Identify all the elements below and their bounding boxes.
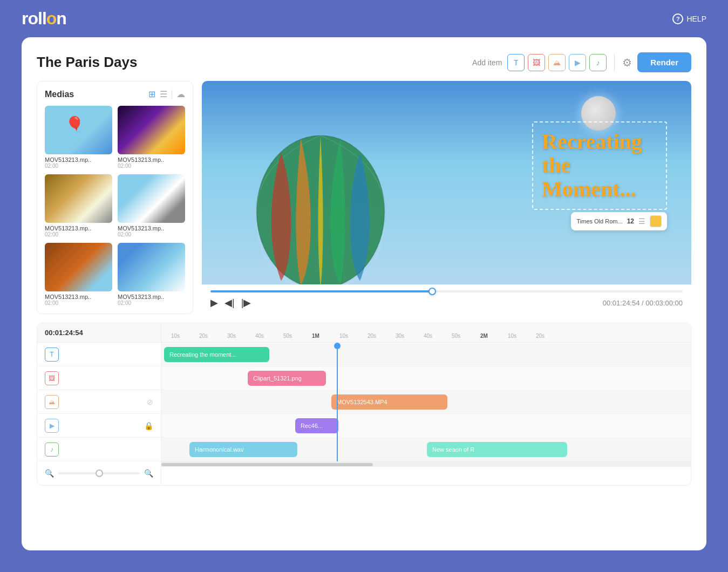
tl-ruler-marks: 10s 20s 30s 40s 50s 1M 10s 20s 30s 40s 5… <box>161 333 691 342</box>
gallery-track-mute-icon[interactable]: ⊘ <box>147 398 153 406</box>
list-view-button[interactable]: ☰ <box>160 89 167 99</box>
media-panel: Medias ⊞ ☰ ☁ MOV513213.mp.. 02:00 MOV513… <box>37 81 193 314</box>
list-item[interactable]: MOV513213.mp.. 02:00 <box>118 243 185 306</box>
toolbar-divider <box>614 55 615 70</box>
clip-text[interactable]: Recreating the moment... <box>164 347 269 362</box>
tl-mark: 20s <box>526 333 554 339</box>
main-card: The Paris Days Add item T 🖼 ⛰ ▶ ♪ ⚙ Rend… <box>22 37 706 550</box>
tl-scrollbar-thumb <box>161 463 373 466</box>
play-button[interactable]: ▶ <box>210 297 218 309</box>
add-video-button[interactable]: ▶ <box>569 54 586 71</box>
track-row-gallery: MOV5132543.MP4 <box>161 390 691 414</box>
text-track-icon[interactable]: T <box>45 348 59 362</box>
zoom-slider[interactable] <box>58 472 140 474</box>
progress-fill <box>210 290 432 292</box>
track-label-audio: ♪ <box>37 438 161 461</box>
cloud-upload-button[interactable]: ☁ <box>176 89 185 99</box>
media-ctrl-divider <box>172 90 172 99</box>
timeline-inner: 00:01:24:54 T 🖼 ⛰ ⊘ ▶ 🔒 <box>37 323 691 485</box>
step-back-button[interactable]: ◀| <box>224 297 235 309</box>
tl-mark: 40s <box>414 333 442 339</box>
tl-mark: 10s <box>161 333 189 339</box>
add-audio-button[interactable]: ♪ <box>589 54 607 71</box>
progress-thumb[interactable] <box>428 288 436 295</box>
clip-gallery[interactable]: MOV5132543.MP4 <box>331 394 447 410</box>
text-overlay-box[interactable]: Recreatingthe Moment... <box>532 121 667 210</box>
clip-audio-1[interactable]: Harmononical.wav <box>189 442 297 457</box>
media-thumbnail <box>45 243 112 291</box>
tl-mark-1m: 1M <box>302 333 330 339</box>
list-item[interactable]: MOV513213.mp.. 02:00 <box>45 174 112 237</box>
font-name-label[interactable]: Times Old Rom... <box>576 218 622 224</box>
app-logo: rollon <box>22 9 66 29</box>
media-filename: MOV513213.mp.. <box>45 225 112 231</box>
zoom-in-icon[interactable]: 🔍 <box>144 469 153 478</box>
gallery-track-icon[interactable]: ⛰ <box>45 395 59 409</box>
media-filename: MOV513213.mp.. <box>45 294 112 300</box>
tl-mark: 50s <box>274 333 302 339</box>
list-item[interactable]: MOV513213.mp.. 02:00 <box>118 174 185 237</box>
track-label-gallery: ⛰ ⊘ <box>37 390 161 414</box>
video-track-icon[interactable]: ▶ <box>45 419 59 433</box>
track-row-image: Clipart_51321.png <box>161 366 691 390</box>
top-bar: rollon ? HELP <box>0 0 728 37</box>
track-label-text: T <box>37 343 161 366</box>
text-overlay-content: Recreatingthe Moment... <box>542 130 657 201</box>
zoom-out-icon[interactable]: 🔍 <box>45 469 54 478</box>
settings-button[interactable]: ⚙ <box>622 56 632 69</box>
clip-video[interactable]: Rec46... <box>295 418 338 433</box>
track-label-image: 🖼 <box>37 366 161 390</box>
zoom-controls: 🔍 🔍 <box>37 461 161 485</box>
clip-audio-2[interactable]: New seaon of R <box>427 442 567 457</box>
tl-mark: 20s <box>358 333 386 339</box>
header-right: Add item T 🖼 ⛰ ▶ ♪ ⚙ Render <box>472 52 691 72</box>
zoom-thumb <box>96 469 103 477</box>
tl-mark: 40s <box>246 333 274 339</box>
tl-mark-2m: 2M <box>470 333 498 339</box>
image-track-icon[interactable]: 🖼 <box>45 371 59 385</box>
audio-track-icon[interactable]: ♪ <box>45 442 59 457</box>
timeline-tracks-col: 00:01:24:54 T 🖼 ⛰ ⊘ ▶ 🔒 <box>37 323 161 485</box>
tl-mark: 30s <box>217 333 246 339</box>
media-grid: MOV513213.mp.. 02:00 MOV513213.mp.. 02:0… <box>45 106 185 306</box>
logo-accent: o <box>46 9 57 28</box>
media-thumbnail <box>118 174 185 223</box>
preview-panel: Recreatingthe Moment... Times Old Rom...… <box>202 81 691 314</box>
help-button[interactable]: ? HELP <box>672 13 706 24</box>
timecode-total: 00:03:00:00 <box>645 299 683 307</box>
list-item[interactable]: MOV513213.mp.. 02:00 <box>118 106 185 169</box>
clip-image[interactable]: Clipart_51321.png <box>248 371 326 386</box>
font-size-label[interactable]: 12 <box>627 217 634 225</box>
track-label-video: ▶ 🔒 <box>37 414 161 438</box>
track-row-text: Recreating the moment... <box>161 343 691 366</box>
media-duration: 02:00 <box>118 300 185 306</box>
media-duration: 02:00 <box>118 231 185 237</box>
render-button[interactable]: Render <box>637 52 691 72</box>
list-item[interactable]: MOV513213.mp.. 02:00 <box>45 243 112 306</box>
progress-track[interactable] <box>210 290 683 292</box>
grid-view-button[interactable]: ⊞ <box>148 89 155 99</box>
media-thumbnail <box>118 106 185 154</box>
media-filename: MOV513213.mp.. <box>118 225 185 231</box>
item-icons: T 🖼 ⛰ ▶ ♪ <box>507 54 607 71</box>
video-track-lock-icon[interactable]: 🔒 <box>144 421 153 430</box>
add-gallery-button[interactable]: ⛰ <box>548 54 566 71</box>
font-color-swatch[interactable] <box>650 215 662 227</box>
font-options-icon[interactable]: ☰ <box>638 217 645 226</box>
track-row-video: Rec46... <box>161 414 691 438</box>
media-controls: ⊞ ☰ ☁ <box>148 89 185 99</box>
media-panel-header: Medias ⊞ ☰ ☁ <box>45 89 185 99</box>
current-time-display: 00:01:24:54 <box>45 329 83 337</box>
font-toolbar: Times Old Rom... 12 ☰ <box>571 212 667 230</box>
timecode-current: 00:01:24:54 <box>603 299 640 307</box>
tl-scrollbar[interactable] <box>161 461 691 467</box>
timecode-display: 00:01:24:54 / 00:03:00:00 <box>603 299 683 307</box>
step-forward-button[interactable]: |▶ <box>241 297 251 309</box>
list-item[interactable]: MOV513213.mp.. 02:00 <box>45 106 112 169</box>
media-filename: MOV513213.mp.. <box>118 294 185 300</box>
tl-mark: 30s <box>386 333 414 339</box>
media-thumbnail <box>45 106 112 154</box>
add-image-button[interactable]: 🖼 <box>528 54 545 71</box>
timeline-area: 00:01:24:54 T 🖼 ⛰ ⊘ ▶ 🔒 <box>37 323 691 486</box>
add-text-button[interactable]: T <box>507 54 525 71</box>
